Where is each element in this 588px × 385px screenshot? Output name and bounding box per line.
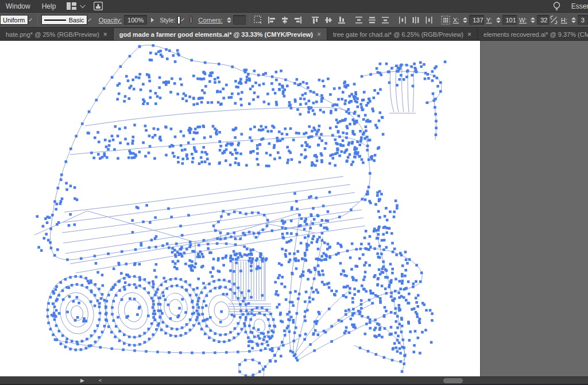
graphic-style-swatch[interactable] <box>177 16 181 24</box>
x-label[interactable]: X: <box>453 17 459 24</box>
chevron-down-icon[interactable] <box>80 2 86 8</box>
distribute-left-icon[interactable] <box>397 15 408 25</box>
menu-help[interactable]: Help <box>36 0 62 13</box>
tab-tree-gate-for-chad[interactable]: tree gate for chad.ai* @ 6.25% (RGB/Prev… <box>327 28 478 40</box>
transform-panel-icon[interactable] <box>441 15 450 25</box>
illustrator-window: Window Help Essen Uniform Basic Opacity:… <box>0 0 588 385</box>
tab-elements-recovered[interactable]: elements recovered.ai* @ 9.37% (CMYK/Pre… <box>478 28 588 40</box>
discover-lightbulb-icon[interactable] <box>551 1 563 11</box>
tab-title: elements recovered.ai* @ 9.37% (CMYK/Pre… <box>483 31 588 38</box>
close-icon[interactable]: × <box>317 30 321 38</box>
distribute-horizontal-group <box>397 15 435 25</box>
corners-field[interactable] <box>233 15 246 25</box>
menu-window[interactable]: Window <box>0 0 36 13</box>
recolor-artwork-icon[interactable] <box>189 16 192 24</box>
pasteboard[interactable] <box>0 41 588 376</box>
chevron-down-icon[interactable] <box>88 18 91 21</box>
opacity-label[interactable]: Opacity: <box>99 17 122 24</box>
align-right-icon[interactable] <box>293 15 303 25</box>
h-stepper[interactable] <box>571 17 576 23</box>
horizontal-scrollbar-thumb[interactable] <box>443 378 463 383</box>
distribute-right-icon[interactable] <box>424 15 434 25</box>
y-value-field[interactable]: 101.6695 in <box>502 15 517 25</box>
w-label[interactable]: W: <box>519 17 527 24</box>
w-stepper[interactable] <box>531 17 535 23</box>
distribute-vertical-center-icon[interactable] <box>367 15 377 25</box>
chevron-down-icon[interactable] <box>29 18 32 21</box>
tab-title: god made a farmer good elements.ai* @ 33… <box>119 31 313 38</box>
constrain-proportions-unlinked-icon[interactable] <box>550 15 558 25</box>
tab-hate-png[interactable]: hate.png* @ 25% (RGB/Preview) × <box>0 28 114 40</box>
align-top-icon[interactable] <box>310 15 320 25</box>
distribute-vertical-group <box>353 15 391 25</box>
h-value-field[interactable]: 3 <box>578 15 588 25</box>
workspace-switcher[interactable]: Essen <box>571 2 588 10</box>
chevron-down-icon[interactable] <box>181 18 184 21</box>
document-tab-bar: hate.png* @ 25% (RGB/Preview) × god made… <box>0 28 588 41</box>
align-horizontal-group <box>266 15 304 25</box>
align-to-selection-icon[interactable] <box>254 15 262 25</box>
width-profile-dropdown[interactable]: Uniform <box>0 15 28 25</box>
align-horizontal-center-icon[interactable] <box>280 15 290 25</box>
align-left-icon[interactable] <box>266 15 277 25</box>
corners-stepper[interactable] <box>227 17 231 23</box>
align-vertical-group <box>310 15 347 25</box>
y-label[interactable]: Y: <box>486 17 492 24</box>
horizontal-scrollbar[interactable]: ▶ < <box>0 376 588 384</box>
align-bottom-icon[interactable] <box>336 15 347 25</box>
artboard-canvas[interactable] <box>0 41 480 376</box>
close-icon[interactable]: × <box>467 30 471 38</box>
separator <box>37 14 38 26</box>
x-value-field[interactable]: 137.1534 in <box>469 15 483 25</box>
tab-god-made-a-farmer[interactable]: god made a farmer good elements.ai* @ 33… <box>114 28 327 40</box>
brush-definition-dropdown[interactable]: Basic <box>41 15 87 25</box>
opacity-field[interactable]: 100% <box>124 15 147 25</box>
corners-label[interactable]: Corners: <box>198 17 222 24</box>
artboard-back-icon[interactable]: < <box>99 378 102 384</box>
distribute-bottom-icon[interactable] <box>380 15 390 25</box>
control-bar: Uniform Basic Opacity: 100% Style: Corne… <box>0 13 588 28</box>
distribute-top-icon[interactable] <box>354 15 364 25</box>
stroke-preview <box>44 20 66 21</box>
touch-workspace-icon[interactable] <box>92 1 105 11</box>
y-stepper[interactable] <box>496 17 501 23</box>
selected-vector-artwork[interactable] <box>0 41 480 376</box>
style-label: Style: <box>160 17 176 24</box>
separator <box>249 14 250 26</box>
h-label[interactable]: H: <box>561 17 567 24</box>
w-value-field[interactable]: 32 in <box>537 15 549 25</box>
distribute-horizontal-center-icon[interactable] <box>411 15 421 25</box>
x-stepper[interactable] <box>463 17 467 23</box>
artboard-forward-icon[interactable]: ▶ <box>80 378 84 384</box>
tab-title: hate.png* @ 25% (RGB/Preview) <box>6 31 99 38</box>
tab-title: tree gate for chad.ai* @ 6.25% (RGB/Prev… <box>333 31 463 38</box>
menubar-right: Essen <box>547 1 588 11</box>
menubar: Window Help Essen <box>0 0 588 13</box>
opacity-flyout-icon[interactable] <box>151 18 154 22</box>
close-icon[interactable]: × <box>103 30 107 38</box>
workspace-layout-icon[interactable] <box>65 1 78 11</box>
align-vertical-center-icon[interactable] <box>323 15 334 25</box>
